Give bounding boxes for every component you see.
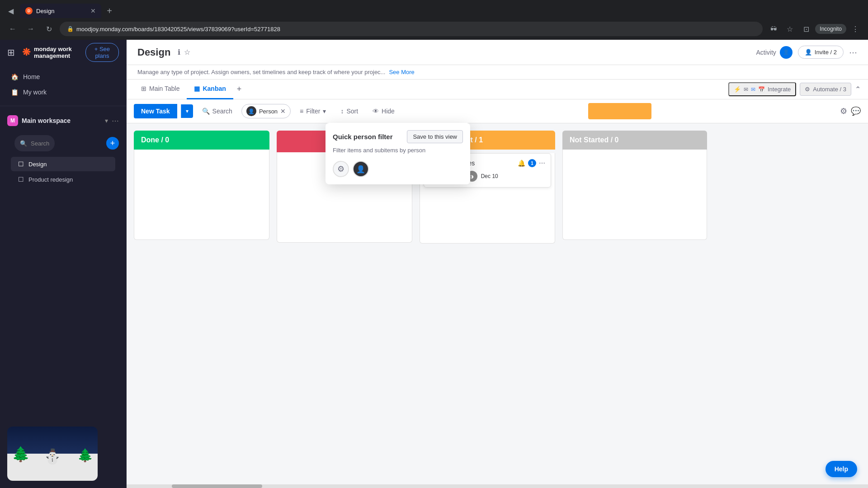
tab-back-btn[interactable]: ◀ xyxy=(4,4,18,18)
sidebar-workspace: M Main workspace ▾ ⋯ 🔍 Search + ☐ Design xyxy=(0,108,126,191)
popup-save-btn[interactable]: Save to this view xyxy=(407,130,463,143)
new-task-btn[interactable]: New Task xyxy=(134,104,177,118)
search-icon: 🔍 xyxy=(20,140,27,147)
sidebar-design-label: Design xyxy=(28,161,47,168)
hide-label: Hide xyxy=(382,108,395,115)
invite-button[interactable]: 👤 Invite / 2 xyxy=(798,46,844,59)
kanban-board: Done / 0 Working on it / 1 xyxy=(127,123,868,488)
new-tab-btn[interactable]: + xyxy=(103,5,116,17)
activity-avatar: 👤 xyxy=(780,46,793,59)
card-icons: 🔔 1 ⋯ xyxy=(518,159,545,167)
sidebar-item-my-work[interactable]: 📋 My work xyxy=(4,85,123,99)
incognito-icon[interactable]: 🕶 xyxy=(766,22,781,36)
integrate-icon: ⚡ xyxy=(734,86,741,93)
filter-btn[interactable]: ≡ Filter ▾ xyxy=(294,105,331,117)
workspace-header[interactable]: M Main workspace ▾ ⋯ xyxy=(7,112,119,130)
automate-btn[interactable]: ⚙ Automate / 3 xyxy=(800,83,851,96)
tab-label: Design xyxy=(36,8,54,14)
person-filter[interactable]: 👤 Person ✕ xyxy=(241,104,291,118)
sidebar-product-label: Product redesign xyxy=(28,176,73,183)
person-filter-close-btn[interactable]: ✕ xyxy=(280,108,286,115)
integrate-btn[interactable]: ⚡ ✉ ✉ 📅 Integrate xyxy=(728,82,796,96)
sidebar: ⊞ ❋ monday work management + See plans 🏠… xyxy=(0,40,127,488)
filter-chevron-icon: ▾ xyxy=(323,108,326,115)
sidebar-search[interactable]: 🔍 Search xyxy=(14,135,55,151)
help-label: Help xyxy=(835,465,848,473)
browser-menu-btn[interactable]: ⋮ xyxy=(848,22,863,36)
toolbar-search-icon: 🔍 xyxy=(202,108,210,115)
bookmark-icon[interactable]: ☆ xyxy=(783,22,797,36)
sidebar-add-btn[interactable]: + xyxy=(106,137,119,150)
tab-add-btn[interactable]: + xyxy=(233,84,245,94)
info-icon[interactable]: ℹ xyxy=(178,48,180,56)
card-more-btn[interactable]: ⋯ xyxy=(539,160,545,167)
board-settings-icon[interactable]: ⚙ xyxy=(840,106,847,116)
horizontal-scrollbar[interactable] xyxy=(127,484,868,488)
nav-forward-btn[interactable]: → xyxy=(24,22,38,36)
board-icon: ☐ xyxy=(18,160,24,168)
incognito-badge[interactable]: Incognito xyxy=(815,24,846,34)
kanban-col-done: Done / 0 xyxy=(134,131,269,240)
quick-filter-popup: Quick person filter Save to this view Fi… xyxy=(326,123,470,184)
page-header: Design ℹ ☆ Activity 👤 👤 Invite / 2 ⋯ xyxy=(127,40,868,65)
chat-icon[interactable]: 💬 xyxy=(851,106,861,116)
workspace-letter: M xyxy=(10,117,15,124)
nav-refresh-btn[interactable]: ↻ xyxy=(42,22,56,36)
hide-btn[interactable]: 👁 Hide xyxy=(367,105,400,117)
email-icon1: ✉ xyxy=(744,86,748,93)
workspace-expand-icon[interactable]: ▾ xyxy=(105,117,108,124)
popup-user-avatar[interactable]: 👤 xyxy=(353,161,369,177)
gear-icon: ⚙ xyxy=(337,164,344,174)
tab-kanban[interactable]: ▦ Kanban xyxy=(187,80,233,99)
sort-btn[interactable]: ↕ Sort xyxy=(335,105,363,117)
star-icon[interactable]: ☆ xyxy=(184,48,190,56)
activity-btn[interactable]: Activity 👤 xyxy=(756,46,793,59)
see-plans-button[interactable]: + See plans xyxy=(85,43,119,62)
my-work-icon: 📋 xyxy=(11,89,19,96)
scrollbar-thumb[interactable] xyxy=(172,484,262,488)
sidebar-item-product-redesign[interactable]: ☐ Product redesign xyxy=(11,172,115,187)
page-more-btn[interactable]: ⋯ xyxy=(849,47,857,57)
address-bar[interactable]: 🔒 moodjoy.monday.com/boards/1830420525/v… xyxy=(60,22,763,36)
person-avatar-icon: 👤 xyxy=(246,106,256,116)
sidebar-toggle-icon[interactable]: ⊡ xyxy=(799,22,813,36)
tab-main-table[interactable]: ⊞ Main Table xyxy=(134,80,187,99)
sidebar-nav: 🏠 Home 📋 My work xyxy=(0,65,126,104)
popup-gear-btn[interactable]: ⚙ xyxy=(333,161,349,177)
sidebar-my-work-label: My work xyxy=(23,89,47,96)
popup-container: Quick person filter Save to this view Fi… xyxy=(326,123,470,184)
tab-close-btn[interactable]: ✕ xyxy=(90,7,96,14)
kanban-col-done-body xyxy=(134,150,269,240)
invite-icon: 👤 xyxy=(805,49,812,56)
toolbar-search-label: Search xyxy=(212,108,232,115)
new-task-dropdown-btn[interactable]: ▾ xyxy=(181,104,193,118)
sidebar-item-design[interactable]: ☐ Design xyxy=(11,157,115,171)
tabs-collapse-btn[interactable]: ⌃ xyxy=(855,85,861,94)
search-btn[interactable]: 🔍 Search xyxy=(197,105,238,117)
apps-grid-icon[interactable]: ⊞ xyxy=(7,47,15,58)
col-not-started-label: Not Started / 0 xyxy=(570,136,618,144)
browser-chrome: ◀ D Design ✕ + ← → ↻ 🔒 moodjoy.monday.co… xyxy=(0,0,868,40)
main-table-icon: ⊞ xyxy=(141,85,146,92)
see-more-link[interactable]: See More xyxy=(389,69,414,75)
active-tab[interactable]: D Design ✕ xyxy=(20,4,101,18)
sidebar-item-home[interactable]: 🏠 Home xyxy=(4,70,123,84)
nav-back-btn[interactable]: ← xyxy=(5,22,20,36)
help-btn[interactable]: Help xyxy=(826,461,857,477)
sort-icon: ↕ xyxy=(340,108,344,115)
invite-label: Invite / 2 xyxy=(815,49,837,56)
see-plans-label: + See plans xyxy=(92,46,112,59)
workspace-more-icon[interactable]: ⋯ xyxy=(112,117,119,125)
tab-bar: ◀ D Design ✕ + xyxy=(0,0,868,18)
sort-label: Sort xyxy=(346,108,358,115)
popup-avatars: ⚙ 👤 xyxy=(333,161,463,177)
user-avatar-icon: 👤 xyxy=(356,165,365,174)
col-done-label: Done / 0 xyxy=(141,136,169,144)
monday-logo-text: monday work management xyxy=(34,46,78,59)
card-bell-icon[interactable]: 🔔 xyxy=(518,160,525,167)
kanban-col-not-started-body xyxy=(562,150,707,240)
url-text: moodjoy.monday.com/boards/1830420525/vie… xyxy=(76,26,280,33)
tabs-bar: ⊞ Main Table ▦ Kanban + ⚡ ✉ ✉ 📅 Integrat… xyxy=(127,80,868,99)
home-icon: 🏠 xyxy=(11,73,19,80)
kanban-label: Kanban xyxy=(203,85,226,92)
